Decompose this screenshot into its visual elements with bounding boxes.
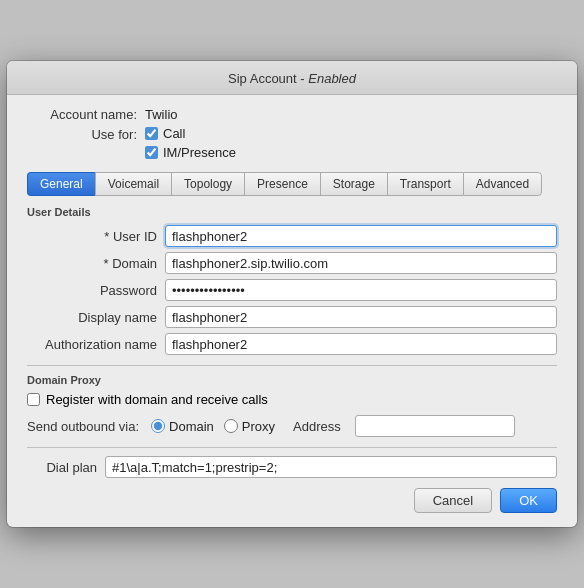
auth-name-input[interactable] — [165, 333, 557, 355]
user-id-input[interactable] — [165, 225, 557, 247]
display-name-label: Display name — [27, 310, 157, 325]
account-name-row: Account name: Twilio — [27, 107, 557, 122]
display-name-row: Display name — [27, 306, 557, 328]
call-checkbox[interactable] — [145, 127, 158, 140]
tabs-container: General Voicemail Topology Presence Stor… — [27, 172, 557, 196]
dialog-title: Sip Account - — [228, 71, 308, 86]
radio-group: Domain Proxy Address — [151, 415, 515, 437]
account-name-label: Account name: — [27, 107, 137, 122]
user-id-row: * User ID — [27, 225, 557, 247]
tab-transport[interactable]: Transport — [387, 172, 463, 196]
divider — [27, 365, 557, 366]
button-row: Cancel OK — [27, 488, 557, 513]
register-row: Register with domain and receive calls — [27, 392, 557, 407]
tab-presence[interactable]: Presence — [244, 172, 320, 196]
domain-proxy-section: Domain Proxy Register with domain and re… — [27, 374, 557, 437]
domain-radio[interactable] — [151, 419, 165, 433]
im-label: IM/Presence — [163, 145, 236, 160]
register-checkbox[interactable] — [27, 393, 40, 406]
display-name-input[interactable] — [165, 306, 557, 328]
use-for-checkboxes: Call IM/Presence — [145, 126, 236, 160]
dial-plan-row: Dial plan — [27, 456, 557, 478]
account-name-value: Twilio — [145, 107, 178, 122]
auth-name-row: Authorization name — [27, 333, 557, 355]
send-outbound-row: Send outbound via: Domain Proxy Address — [27, 415, 557, 437]
im-checkbox[interactable] — [145, 146, 158, 159]
ok-button[interactable]: OK — [500, 488, 557, 513]
domain-input[interactable] — [165, 252, 557, 274]
address-label: Address — [293, 419, 341, 434]
proxy-radio[interactable] — [224, 419, 238, 433]
domain-option-label: Domain — [169, 419, 214, 434]
title-bar: Sip Account - Enabled — [7, 61, 577, 95]
address-input[interactable] — [355, 415, 515, 437]
auth-name-label: Authorization name — [27, 337, 157, 352]
register-label: Register with domain and receive calls — [46, 392, 268, 407]
cancel-button[interactable]: Cancel — [414, 488, 492, 513]
tab-voicemail[interactable]: Voicemail — [95, 172, 171, 196]
password-row: Password — [27, 279, 557, 301]
domain-radio-item: Domain — [151, 419, 214, 434]
im-checkbox-row: IM/Presence — [145, 145, 236, 160]
domain-label: * Domain — [27, 256, 157, 271]
user-details-section-label: User Details — [27, 206, 557, 218]
call-label: Call — [163, 126, 185, 141]
dial-plan-label: Dial plan — [27, 460, 97, 475]
use-for-row: Use for: Call IM/Presence — [27, 126, 557, 160]
tab-advanced[interactable]: Advanced — [463, 172, 542, 196]
tab-general[interactable]: General — [27, 172, 95, 196]
dialog-title-status: Enabled — [308, 71, 356, 86]
divider2 — [27, 447, 557, 448]
proxy-radio-item: Proxy — [224, 419, 275, 434]
tab-topology[interactable]: Topology — [171, 172, 244, 196]
proxy-option-label: Proxy — [242, 419, 275, 434]
password-label: Password — [27, 283, 157, 298]
use-for-label: Use for: — [27, 126, 137, 142]
sip-account-dialog: Sip Account - Enabled Account name: Twil… — [7, 61, 577, 527]
domain-row: * Domain — [27, 252, 557, 274]
domain-proxy-label: Domain Proxy — [27, 374, 557, 386]
tab-storage[interactable]: Storage — [320, 172, 387, 196]
dial-plan-input[interactable] — [105, 456, 557, 478]
user-id-label: * User ID — [27, 229, 157, 244]
send-outbound-label: Send outbound via: — [27, 419, 139, 434]
password-input[interactable] — [165, 279, 557, 301]
call-checkbox-row: Call — [145, 126, 236, 141]
